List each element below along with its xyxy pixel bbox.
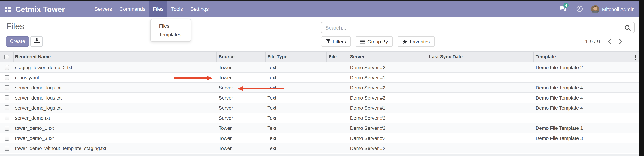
- row-checkbox[interactable]: [4, 115, 9, 120]
- dropdown-item-files[interactable]: Files: [151, 22, 190, 30]
- chevron-left-icon: [608, 39, 611, 44]
- table-row[interactable]: tower_demo_1.txtTowerTextDemo Server #2D…: [0, 123, 639, 133]
- row-select-cell[interactable]: [0, 146, 14, 151]
- cell-template: Demo File Template 4: [534, 85, 639, 90]
- search-icon[interactable]: [624, 25, 631, 33]
- page-title: Files: [6, 21, 24, 31]
- row-select-cell[interactable]: [0, 85, 14, 90]
- cell-source: Tower: [217, 135, 266, 141]
- nav-item-tools[interactable]: Tools: [167, 1, 186, 17]
- table-row[interactable]: server_demo_logs.txtServerTextDemo Serve…: [0, 83, 639, 93]
- row-checkbox[interactable]: [4, 65, 9, 70]
- search-input[interactable]: [322, 22, 634, 33]
- nav-item-commands[interactable]: Commands: [116, 1, 149, 17]
- column-header-file-type[interactable]: File Type: [266, 52, 327, 62]
- cell-file-type: Text: [266, 125, 327, 131]
- row-checkbox[interactable]: [4, 85, 9, 90]
- row-checkbox[interactable]: [4, 105, 9, 110]
- row-select-cell[interactable]: [0, 136, 14, 141]
- cell-file-type: Text: [266, 95, 327, 100]
- top-navbar: Cetmix Tower ServersCommandsFilesToolsSe…: [0, 1, 639, 17]
- download-icon: [34, 38, 40, 45]
- row-checkbox[interactable]: [4, 146, 9, 151]
- window-edge-top: [0, 0, 644, 1]
- nav-item-servers[interactable]: Servers: [91, 1, 116, 17]
- pager-previous-button[interactable]: [608, 39, 611, 44]
- column-header-rendered-name[interactable]: Rendered Name: [14, 52, 217, 62]
- cell-rendered-name: server_demo_logs.txt: [14, 95, 217, 100]
- cell-source: Tower: [217, 75, 266, 80]
- table-row[interactable]: server_demo_logs.txtServerTextDemo Serve…: [0, 103, 639, 113]
- table-row[interactable]: staging_tower_demo_2.txtTowerTextDemo Se…: [0, 63, 639, 73]
- cell-rendered-name: tower_demo_3.txt: [14, 135, 217, 141]
- group-by-button[interactable]: Group By: [356, 36, 393, 47]
- cell-server: Demo Server #2: [348, 95, 427, 100]
- row-select-cell[interactable]: [0, 65, 14, 70]
- navbar-menu: ServersCommandsFilesToolsSettings: [91, 1, 212, 17]
- table-row[interactable]: server_demo_logs.txtServerTextDemo Serve…: [0, 93, 639, 103]
- dropdown-item-templates[interactable]: Templates: [151, 30, 190, 39]
- nav-item-files[interactable]: Files: [149, 1, 167, 17]
- files-list-view: Rendered Name Source File Type File Serv…: [0, 51, 639, 153]
- cell-file-type: Text: [266, 75, 327, 80]
- row-checkbox[interactable]: [4, 75, 9, 80]
- select-all-cell[interactable]: [0, 52, 14, 62]
- favorites-button[interactable]: Favorites: [398, 36, 435, 47]
- messages-menu[interactable]: 4: [559, 6, 566, 13]
- table-row[interactable]: repos.yamlTowerTextDemo Server #1: [0, 73, 639, 83]
- pager-range[interactable]: 1-9 / 9: [585, 39, 600, 45]
- pager: 1-9 / 9: [585, 36, 622, 47]
- row-select-cell[interactable]: [0, 75, 14, 80]
- app-brand[interactable]: Cetmix Tower: [16, 1, 65, 17]
- user-menu[interactable]: Mitchell Admin: [602, 6, 634, 12]
- row-checkbox[interactable]: [4, 126, 9, 130]
- cell-source: Tower: [217, 65, 266, 70]
- nav-item-settings[interactable]: Settings: [186, 1, 212, 17]
- column-header-template[interactable]: Template: [534, 52, 639, 62]
- messages-count-badge: 4: [563, 3, 569, 8]
- cell-server: Demo Server #2: [348, 85, 427, 90]
- activities-menu[interactable]: [576, 5, 583, 13]
- cell-rendered-name: tower_demo_1.txt: [14, 125, 217, 131]
- table-row[interactable]: server_demo.txtServerTextDemo Server #2: [0, 113, 639, 123]
- cell-rendered-name: server_demo_logs.txt: [14, 105, 217, 111]
- cell-server: Demo Server #2: [348, 125, 427, 131]
- create-button[interactable]: Create: [6, 36, 29, 47]
- row-select-cell[interactable]: [0, 95, 14, 100]
- import-button[interactable]: [30, 36, 43, 47]
- optional-columns-icon[interactable]: [634, 55, 637, 60]
- select-all-checkbox[interactable]: [4, 54, 9, 59]
- column-header-file[interactable]: File: [327, 52, 348, 62]
- user-avatar[interactable]: [591, 5, 599, 13]
- search-box: [321, 22, 634, 33]
- cell-template: Demo File Template 1: [534, 125, 639, 131]
- odoo-app: Cetmix Tower ServersCommandsFilesToolsSe…: [0, 1, 639, 156]
- apps-grid-icon[interactable]: [5, 7, 10, 12]
- star-icon: [403, 39, 408, 44]
- table-row[interactable]: tower_demo_without_template_staging.txtT…: [0, 143, 639, 153]
- clock-icon: [576, 6, 583, 13]
- navbar-right: 4: [559, 1, 634, 17]
- row-select-cell[interactable]: [0, 115, 14, 120]
- pager-next-button[interactable]: [619, 39, 622, 44]
- row-select-cell[interactable]: [0, 126, 14, 130]
- filters-button[interactable]: Filters: [321, 36, 351, 47]
- cell-source: Tower: [217, 145, 266, 151]
- cell-rendered-name: server_demo_logs.txt: [14, 85, 217, 90]
- table-row[interactable]: tower_demo_3.txtTowerTextDemo Server #2D…: [0, 133, 639, 143]
- cell-rendered-name: staging_tower_demo_2.txt: [14, 65, 217, 70]
- column-header-last-sync-date[interactable]: Last Sync Date: [427, 52, 534, 62]
- column-header-source[interactable]: Source: [217, 52, 266, 62]
- row-checkbox[interactable]: [4, 136, 9, 141]
- column-header-server[interactable]: Server: [348, 52, 427, 62]
- cell-server: Demo Server #2: [348, 145, 427, 151]
- chevron-right-icon: [619, 39, 622, 44]
- filter-icon: [326, 39, 330, 44]
- app-window: Cetmix Tower ServersCommandsFilesToolsSe…: [0, 0, 644, 156]
- row-select-cell[interactable]: [0, 105, 14, 110]
- cell-file-type: Text: [266, 145, 327, 151]
- cell-server: Demo Server #2: [348, 65, 427, 70]
- annotation-arrow-right: [174, 76, 212, 80]
- annotation-arrow-left: [238, 86, 284, 91]
- row-checkbox[interactable]: [4, 95, 9, 100]
